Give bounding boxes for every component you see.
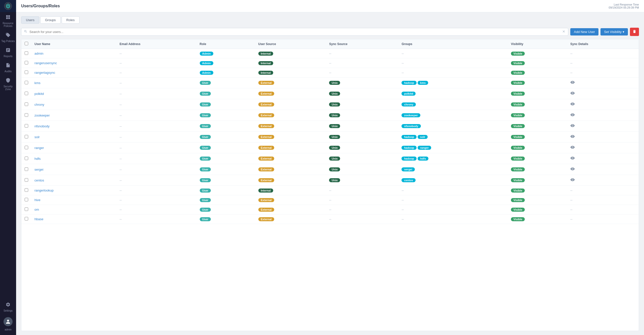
user-link-kms[interactable]: kms [34, 81, 41, 85]
role-badge: Admin [200, 71, 213, 75]
sync-details-eye-icon[interactable] [570, 178, 575, 183]
sidebar-item-user-profile[interactable]: admin [0, 315, 16, 335]
row-checkbox-4[interactable] [25, 92, 28, 95]
search-icon [24, 30, 27, 34]
user-link-rangerlookup[interactable]: rangerlookup [34, 189, 54, 192]
group-badge[interactable]: ranger [418, 146, 431, 150]
group-badge[interactable]: hdfs [418, 157, 428, 161]
group-badge[interactable]: sergei [401, 167, 415, 171]
group-badge[interactable]: chrony [401, 102, 416, 106]
group-badge[interactable]: hadoop [401, 81, 417, 85]
tab-groups[interactable]: Groups [40, 16, 61, 24]
email-value: -- [119, 135, 122, 139]
page-content: Users Groups Roles Add New User Set Visi… [16, 12, 644, 335]
user-link-om[interactable]: om [34, 208, 39, 211]
row-checkbox-10[interactable] [25, 157, 28, 160]
user-link-centos[interactable]: centos [34, 178, 44, 182]
visibility-badge: Visible [511, 178, 525, 182]
sync-details-eye-icon[interactable] [570, 135, 575, 139]
last-response-label: Last Response Time [609, 3, 639, 6]
tab-roles[interactable]: Roles [62, 16, 79, 24]
last-response-time: 09/19/2024 05:29:39 PM [609, 6, 639, 9]
table-header-row: User Name Email Address Role User Source… [21, 39, 639, 49]
row-checkbox-16[interactable] [25, 217, 28, 220]
groups-value: -- [401, 198, 404, 202]
row-checkbox-13[interactable] [25, 188, 28, 192]
group-badge[interactable]: centos [401, 178, 415, 182]
group-badge[interactable]: hadoop [401, 157, 417, 161]
table-row: polkitd--UserExternalUnixpolkitdVisible [21, 88, 639, 99]
user-link-rangertagsync[interactable]: rangertagsync [34, 71, 55, 75]
sync-details-eye-icon[interactable] [570, 157, 575, 161]
row-checkbox-5[interactable] [25, 102, 28, 106]
search-clear-icon[interactable] [562, 30, 566, 34]
row-checkbox-1[interactable] [25, 61, 28, 64]
group-badge[interactable]: hadoop [401, 135, 417, 139]
sidebar-item-reports[interactable]: Reports [0, 45, 16, 60]
table-row: ranger--UserExternalUnixhadooprangerVisi… [21, 142, 639, 153]
user-link-hive[interactable]: hive [34, 198, 41, 202]
groups-value: -- [401, 61, 404, 65]
sidebar-item-audits[interactable]: Audits [0, 60, 16, 75]
group-badge[interactable]: solr [418, 135, 428, 139]
user-link-hdfs[interactable]: hdfs [34, 157, 41, 161]
group-badge[interactable]: kms [418, 81, 428, 85]
sidebar-item-resource-policies[interactable]: Resource Policies [0, 12, 16, 30]
user-link-solr[interactable]: solr [34, 135, 40, 139]
sync-details-eye-icon[interactable] [570, 92, 575, 96]
add-new-user-button[interactable]: Add New User [570, 28, 598, 35]
group-badge[interactable]: zookeeper [401, 113, 420, 117]
role-badge: User [200, 113, 211, 117]
user-link-admin[interactable]: admin [34, 52, 43, 55]
row-checkbox-9[interactable] [25, 146, 28, 149]
table-row: zookeeper--UserExternalUnixzookeeperVisi… [21, 110, 639, 121]
group-badge[interactable]: polkitd [401, 92, 416, 96]
tab-users[interactable]: Users [21, 16, 39, 24]
user-link-polkitd[interactable]: polkitd [34, 92, 44, 96]
user-link-nfsnobody[interactable]: nfsnobody [34, 124, 50, 128]
app-logo[interactable] [0, 0, 16, 12]
user-link-ranger[interactable]: ranger [34, 146, 44, 150]
group-badge[interactable]: nfsnobody [401, 124, 421, 128]
sidebar-item-reports-label: Reports [4, 55, 12, 58]
select-all-checkbox[interactable] [25, 42, 28, 45]
sync-details-eye-icon[interactable] [570, 168, 575, 172]
group-badge[interactable]: hadoop [401, 146, 417, 150]
sync-details-eye-icon[interactable] [570, 146, 575, 150]
groups-value: -- [401, 217, 404, 221]
sync-details-eye-icon[interactable] [570, 103, 575, 107]
sync-details-eye-icon[interactable] [570, 114, 575, 118]
set-visibility-label: Set Visibility [604, 30, 622, 34]
row-checkbox-6[interactable] [25, 113, 28, 117]
visibility-badge: Visible [511, 157, 525, 161]
user-link-chrony[interactable]: chrony [34, 103, 44, 106]
user-link-rangerusersync[interactable]: rangerusersync [34, 61, 57, 65]
delete-button[interactable] [630, 28, 639, 36]
groups-value: -- [401, 71, 404, 75]
sidebar-item-security-zone[interactable]: Security Zone [0, 75, 16, 93]
row-checkbox-3[interactable] [25, 81, 28, 84]
role-badge: User [200, 178, 211, 182]
row-checkbox-2[interactable] [25, 70, 28, 74]
row-checkbox-11[interactable] [25, 167, 28, 171]
row-checkbox-0[interactable] [25, 51, 28, 55]
sync-source-badge: Unix [329, 157, 340, 161]
visibility-badge: Visible [511, 167, 525, 171]
row-checkbox-15[interactable] [25, 207, 28, 211]
row-checkbox-12[interactable] [25, 178, 28, 182]
sidebar-item-audits-label: Audits [5, 70, 12, 73]
row-checkbox-14[interactable] [25, 198, 28, 201]
table-row: hbase--UserExternal----Visible-- [21, 214, 639, 224]
user-name-label: admin [5, 328, 11, 331]
sidebar-item-tag-policies[interactable]: Tag Policies [0, 30, 16, 45]
search-input[interactable] [29, 30, 562, 34]
user-link-zookeeper[interactable]: zookeeper [34, 114, 50, 117]
sync-details-eye-icon[interactable] [570, 81, 575, 85]
user-link-sergei[interactable]: sergei [34, 168, 43, 171]
row-checkbox-8[interactable] [25, 135, 28, 138]
row-checkbox-7[interactable] [25, 124, 28, 128]
user-link-hbase[interactable]: hbase [34, 217, 43, 221]
set-visibility-button[interactable]: Set Visibility ▾ [600, 28, 628, 35]
sidebar-item-settings[interactable]: Settings [0, 300, 16, 315]
sync-details-eye-icon[interactable] [570, 124, 575, 129]
